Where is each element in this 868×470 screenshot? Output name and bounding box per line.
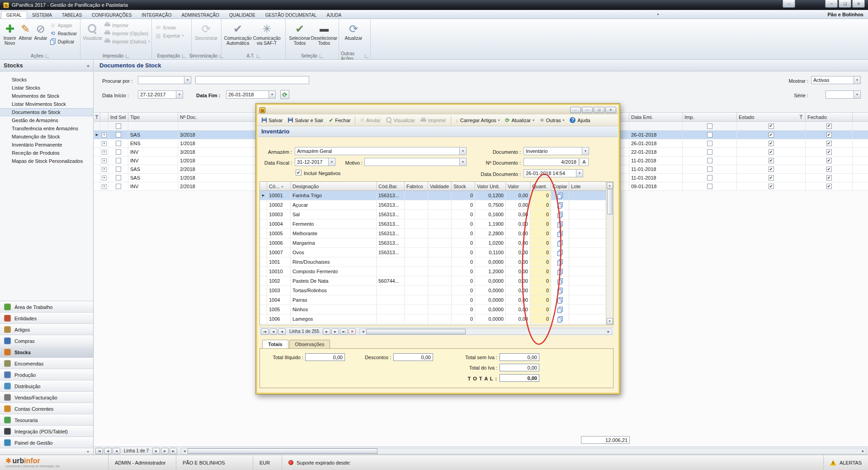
cell-quant[interactable]: 0 bbox=[530, 286, 551, 295]
module-nav-item[interactable]: Tesouraria bbox=[0, 414, 93, 426]
module-nav-item[interactable]: Compras bbox=[0, 335, 93, 347]
menu-tab[interactable]: QUALIDADE bbox=[224, 11, 260, 19]
clear-filter-button[interactable]: ✕ bbox=[349, 328, 356, 335]
copy-icon[interactable] bbox=[557, 193, 562, 198]
inventory-row[interactable]: ▶ 1004 Parras 0 0,0000 0,00 0 bbox=[260, 295, 613, 305]
imp-checkbox[interactable] bbox=[707, 175, 712, 180]
scroll-left-icon[interactable]: ◀ bbox=[360, 330, 366, 333]
col-designacao[interactable]: Designação bbox=[291, 182, 377, 191]
documento-select[interactable]: Inventário ▼ bbox=[524, 147, 589, 155]
expand-icon[interactable]: + bbox=[102, 167, 107, 172]
scrollbar-thumb[interactable] bbox=[607, 189, 613, 214]
duplicar-button[interactable]: Duplicar bbox=[48, 38, 78, 46]
salvar-button[interactable]: Salvar bbox=[259, 117, 285, 124]
filter-funnel-icon[interactable] bbox=[95, 115, 99, 119]
filter-estado-checkbox[interactable] bbox=[769, 123, 774, 129]
first-record-button[interactable]: |◀ bbox=[261, 328, 269, 335]
row-select-checkbox[interactable] bbox=[116, 184, 121, 189]
menu-tab[interactable]: GESTÃO DOCUMENTAL bbox=[260, 11, 322, 19]
imp-checkbox[interactable] bbox=[707, 141, 712, 146]
copy-icon[interactable] bbox=[557, 250, 562, 255]
scroll-right-icon[interactable]: ▶ bbox=[860, 449, 866, 452]
cell-quant[interactable]: 0 bbox=[530, 210, 551, 219]
selecionar-todos-button[interactable]: ✔ Selecionar Todos bbox=[288, 20, 312, 47]
module-nav-item[interactable]: Vendas/Facturação bbox=[0, 392, 93, 403]
col-copiar[interactable]: Copiar bbox=[551, 182, 569, 191]
collapse-sidebar-icon[interactable]: « bbox=[87, 63, 90, 68]
sidebar-item[interactable]: Listar Stocks bbox=[0, 84, 93, 92]
scroll-left-icon[interactable]: ◀ bbox=[181, 449, 188, 452]
apagar-button[interactable]: ⊘ Apagar bbox=[48, 22, 78, 29]
fechar-button[interactable]: ✔Fechar bbox=[326, 116, 353, 124]
imprimir-outros-button[interactable]: Imprimir (Outros)▾ bbox=[103, 38, 151, 45]
imp-checkbox[interactable] bbox=[707, 132, 712, 138]
data-fim-input[interactable]: 26-01-2018 ▼ bbox=[226, 90, 276, 99]
module-nav-item[interactable]: Stocks bbox=[0, 347, 93, 358]
cell-quant[interactable]: 0 bbox=[530, 248, 551, 257]
exportar-button[interactable]: ▤ Exportar▾ bbox=[154, 32, 185, 39]
inserir-novo-button[interactable]: ✚ Inserir Novo bbox=[2, 20, 18, 47]
sidebar-item[interactable]: Movimentos de Stock bbox=[0, 92, 93, 100]
inventory-row[interactable]: ▶ 10003 Sal 156313... 0 0,1600 0,00 0 bbox=[260, 210, 613, 219]
anular-button[interactable]: ⊘Anular bbox=[358, 116, 382, 124]
menu-tab[interactable]: TABELAS bbox=[57, 11, 87, 19]
imp-checkbox[interactable] bbox=[707, 158, 712, 163]
estado-checkbox[interactable] bbox=[769, 149, 774, 155]
estado-checkbox[interactable] bbox=[769, 158, 774, 163]
dialog-launcher-icon[interactable] bbox=[46, 54, 49, 58]
comunicacao-saft-button[interactable]: ✳ Comunicação via SAF-T bbox=[252, 20, 281, 47]
sidebar-item[interactable]: Inventário Permanente bbox=[0, 141, 93, 149]
imp-checkbox[interactable] bbox=[707, 184, 712, 189]
copy-icon[interactable] bbox=[557, 259, 562, 265]
copy-icon[interactable] bbox=[557, 231, 562, 236]
prev-record-button[interactable]: ◀ bbox=[113, 448, 120, 454]
dialog-launcher-icon[interactable] bbox=[126, 54, 129, 58]
inventory-row[interactable]: ▶ 1003 Tortas/Rolinhos 0 0,0000 0,00 0 bbox=[260, 286, 613, 295]
sidebar-item[interactable]: Transferência entre Armazéns bbox=[0, 124, 93, 133]
inventory-row[interactable]: ▶ 10005 Melhorante 156313... 0 2,2800 0,… bbox=[260, 229, 613, 238]
data-inicio-input[interactable]: 27-12-2017 ▼ bbox=[138, 90, 183, 99]
dialog-launcher-icon[interactable] bbox=[257, 54, 260, 58]
col-fechado[interactable]: Fechado bbox=[806, 113, 853, 122]
first-record-button[interactable]: |◀ bbox=[95, 448, 103, 454]
estado-checkbox[interactable] bbox=[769, 175, 774, 180]
scrollbar-thumb[interactable] bbox=[366, 329, 466, 334]
comunicacao-automatica-button[interactable]: ✔ Comunicação Automática bbox=[223, 20, 252, 47]
inventory-row[interactable]: ▶ 1001 Rins/Douchaises 0 0,0000 0,00 0 bbox=[260, 257, 613, 267]
col-valor[interactable]: Valor bbox=[506, 182, 530, 191]
inventory-row[interactable]: ▶ 1006 Lamegos 0 0,0000 0,00 0 bbox=[260, 314, 613, 324]
col-fabrico[interactable]: Fabrico bbox=[405, 182, 428, 191]
row-select-checkbox[interactable] bbox=[116, 132, 121, 138]
estado-checkbox[interactable] bbox=[769, 141, 774, 146]
anular-button[interactable]: ⊘ Anular bbox=[33, 20, 48, 42]
copy-icon[interactable] bbox=[557, 212, 562, 217]
module-nav-item[interactable]: Contas Correntes bbox=[0, 403, 93, 414]
motivo-select[interactable]: ▼ bbox=[364, 158, 467, 166]
cell-quant[interactable]: 0 bbox=[530, 200, 551, 209]
mostrar-select[interactable]: Activas ▼ bbox=[811, 76, 861, 84]
sincronizar-button[interactable]: ⟳ Sincronizar bbox=[193, 20, 219, 42]
sidebar-item[interactable]: Stocks bbox=[0, 76, 93, 84]
filter-fechado-checkbox[interactable] bbox=[826, 123, 832, 129]
col-valor-unit[interactable]: Valor Unit. bbox=[475, 182, 506, 191]
procurar-input[interactable] bbox=[195, 76, 309, 84]
imp-checkbox[interactable] bbox=[707, 166, 712, 172]
refresh-button[interactable]: ⟳ bbox=[280, 90, 289, 99]
horizontal-scrollbar[interactable]: ◀ ▶ bbox=[359, 328, 612, 335]
close-button[interactable]: ✕ bbox=[852, 0, 865, 8]
imprimir-button[interactable]: Imprimir bbox=[418, 117, 448, 124]
cell-quant[interactable]: 0 bbox=[530, 191, 551, 200]
estado-checkbox[interactable] bbox=[769, 166, 774, 172]
maximize-button[interactable]: ❏ bbox=[594, 107, 604, 113]
inventory-row[interactable]: ▶ 10004 Fermento 156313... 0 1,1900 0,00… bbox=[260, 219, 613, 229]
imprimir-button[interactable]: Imprimir bbox=[103, 22, 151, 29]
expand-icon[interactable]: + bbox=[102, 150, 107, 155]
close-button[interactable]: ✕ bbox=[605, 107, 616, 113]
scroll-up-icon[interactable]: ▲ bbox=[607, 182, 613, 189]
fechado-checkbox[interactable] bbox=[826, 175, 832, 180]
copy-icon[interactable] bbox=[557, 240, 562, 246]
imp-checkbox[interactable] bbox=[707, 149, 712, 155]
last-record-button[interactable]: ▶| bbox=[340, 328, 348, 335]
window-arrange-button[interactable]: ⇔ bbox=[783, 0, 795, 8]
inventory-row[interactable]: ▶ 1005 Ninhos 0 0,0000 0,00 0 bbox=[260, 305, 613, 314]
